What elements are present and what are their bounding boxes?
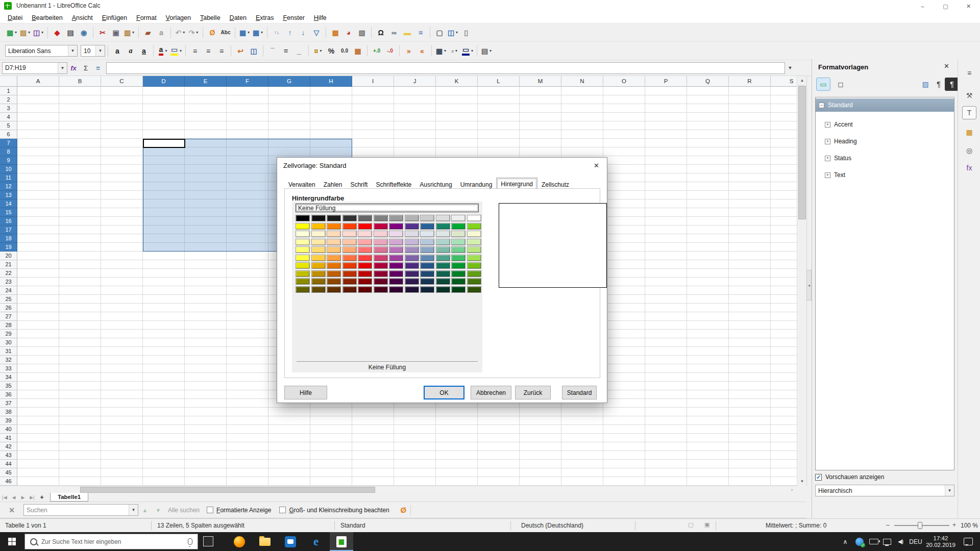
align-bottom-button[interactable]: _	[293, 44, 305, 58]
chevron-down-icon[interactable]: ▾	[183, 30, 185, 35]
number-format-button[interactable]: 0.0	[338, 44, 351, 58]
mail-app-taskbar-icon[interactable]	[279, 532, 302, 551]
border-color-button[interactable]: ▭▾	[461, 44, 474, 58]
menu-format[interactable]: Format	[132, 13, 161, 22]
color-swatch-r6c7[interactable]	[389, 255, 403, 261]
column-header-c[interactable]: C	[101, 76, 143, 87]
color-swatch-r2c10[interactable]	[436, 223, 450, 230]
insert-row-button[interactable]: ▦▾	[238, 26, 251, 39]
spelling-button[interactable]: Abc	[219, 26, 232, 39]
color-swatch-r1c6[interactable]	[374, 215, 388, 221]
color-swatch-r2c7[interactable]	[389, 223, 403, 230]
column-header-q[interactable]: Q	[687, 76, 729, 87]
color-swatch-r5c3[interactable]	[327, 246, 341, 253]
percent-format-button[interactable]: %	[325, 44, 337, 58]
currency-format-button[interactable]: ¤▾	[312, 44, 324, 58]
row-header-37[interactable]: 37	[0, 399, 17, 408]
menu-hilfe[interactable]: Hilfe	[309, 13, 331, 22]
find-previous-button[interactable]: ▲	[138, 507, 152, 513]
volume-tray-icon[interactable]: ◀)	[894, 532, 906, 551]
color-swatch-r3c12[interactable]	[467, 231, 481, 237]
delete-decimal-button[interactable]: -.0	[384, 44, 396, 58]
column-header-g[interactable]: G	[268, 76, 310, 87]
color-swatch-r1c10[interactable]	[436, 215, 450, 221]
network-tray-icon[interactable]	[881, 532, 893, 551]
color-swatch-r4c7[interactable]	[389, 239, 403, 245]
row-header-9[interactable]: 9	[0, 156, 17, 165]
taskbar-search-input[interactable]: Zur Suche Text hier eingeben	[24, 534, 198, 549]
function-wizard-button[interactable]: fx	[67, 62, 80, 74]
task-view-button[interactable]	[203, 536, 213, 546]
color-swatch-r4c2[interactable]	[311, 239, 326, 245]
color-swatch-r10c11[interactable]	[451, 286, 465, 293]
libreoffice-calc-taskbar-icon[interactable]: ▦	[330, 532, 353, 551]
color-swatch-r7c7[interactable]	[389, 262, 403, 269]
chevron-down-icon[interactable]: ▼	[945, 485, 954, 496]
align-top-button[interactable]: ¯	[266, 44, 279, 58]
next-sheet-button[interactable]: ▶	[18, 495, 28, 500]
pivot-table-button[interactable]: ▧	[356, 26, 368, 39]
row-header-24[interactable]: 24	[0, 286, 17, 295]
color-swatch-r8c6[interactable]	[374, 270, 388, 277]
row-header-27[interactable]: 27	[0, 312, 17, 321]
conditional-formatting-button[interactable]: ▤▾	[480, 44, 493, 58]
color-swatch-r2c5[interactable]	[358, 223, 372, 230]
sum-button[interactable]: Σ	[80, 62, 92, 74]
column-header-r[interactable]: R	[729, 76, 771, 87]
chevron-down-icon[interactable]: ▾	[489, 48, 492, 53]
expand-icon[interactable]: +	[825, 156, 830, 161]
color-swatch-r10c1[interactable]	[296, 286, 310, 293]
color-swatch-r1c5[interactable]	[358, 215, 372, 221]
color-swatch-r3c2[interactable]	[311, 231, 326, 237]
merge-cells-button[interactable]: ◫	[248, 44, 260, 58]
color-swatch-r5c1[interactable]	[296, 246, 310, 253]
color-swatch-r7c5[interactable]	[358, 262, 372, 269]
gallery-icon[interactable]: ▦	[962, 126, 976, 139]
chevron-down-icon[interactable]: ▾	[180, 48, 182, 53]
color-swatch-r8c4[interactable]	[342, 270, 357, 277]
color-swatch-r5c5[interactable]	[358, 246, 372, 253]
align-right-button[interactable]: ≡	[215, 44, 228, 58]
row-header-8[interactable]: 8	[0, 147, 17, 156]
color-swatch-r9c1[interactable]	[296, 278, 310, 285]
cancel-button[interactable]: Abbrechen	[471, 386, 511, 399]
menu-vorlagen[interactable]: Vorlagen	[161, 13, 195, 22]
color-swatch-r4c4[interactable]	[342, 239, 357, 245]
row-header-13[interactable]: 13	[0, 191, 17, 199]
column-header-i[interactable]: I	[352, 76, 394, 87]
color-swatch-r8c7[interactable]	[389, 270, 403, 277]
color-swatch-r6c2[interactable]	[311, 255, 326, 261]
scroll-up-icon[interactable]: ▲	[797, 76, 807, 85]
align-center-button[interactable]: ≡	[202, 44, 214, 58]
menu-tabelle[interactable]: Tabelle	[195, 13, 225, 22]
menu-fenster[interactable]: Fenster	[278, 13, 309, 22]
color-swatch-r8c8[interactable]	[405, 270, 419, 277]
freeze-panes-button[interactable]: ◫▾	[447, 26, 459, 39]
copy-button[interactable]: ▣	[110, 26, 122, 39]
row-header-43[interactable]: 43	[0, 451, 17, 460]
font-size-combo[interactable]: 10 ▼	[81, 45, 105, 57]
insert-column-button[interactable]: ▦▾	[252, 26, 264, 39]
color-swatch-r1c8[interactable]	[405, 215, 419, 221]
print-button[interactable]: ▤	[64, 26, 77, 39]
standard-button[interactable]: Standard	[562, 386, 597, 399]
print-area-button[interactable]: ▢	[433, 26, 446, 39]
color-swatch-r1c11[interactable]	[451, 215, 465, 221]
insert-chart-button[interactable]: ◕	[342, 26, 355, 39]
column-header-p[interactable]: P	[645, 76, 687, 87]
color-swatch-r8c5[interactable]	[358, 270, 372, 277]
color-swatch-r9c3[interactable]	[327, 278, 341, 285]
style-item-heading[interactable]: +Heading	[816, 135, 954, 148]
row-header-7[interactable]: 7	[0, 139, 17, 147]
sort-descending-button[interactable]: ↓	[297, 26, 309, 39]
color-swatch-r10c3[interactable]	[327, 286, 341, 293]
color-swatch-r1c3[interactable]	[327, 215, 341, 221]
color-swatch-r6c6[interactable]	[374, 255, 388, 261]
row-header-31[interactable]: 31	[0, 347, 17, 356]
row-header-34[interactable]: 34	[0, 373, 17, 382]
column-header-n[interactable]: N	[561, 76, 603, 87]
row-header-22[interactable]: 22	[0, 269, 17, 278]
chevron-down-icon[interactable]: ▾	[455, 48, 457, 53]
special-character-button[interactable]: Ω	[375, 26, 387, 39]
selection-mode-icon[interactable]: ▢	[688, 521, 693, 528]
